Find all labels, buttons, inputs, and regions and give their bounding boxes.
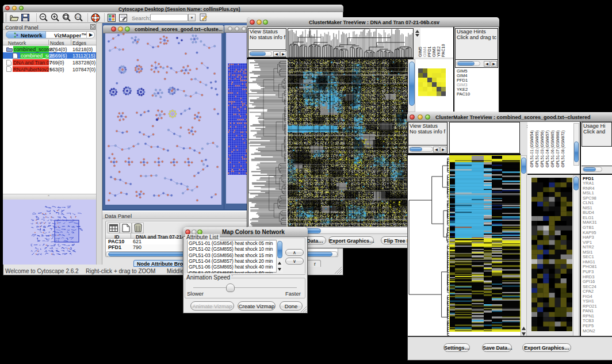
svg-text:1:1: 1:1 xyxy=(76,15,80,18)
